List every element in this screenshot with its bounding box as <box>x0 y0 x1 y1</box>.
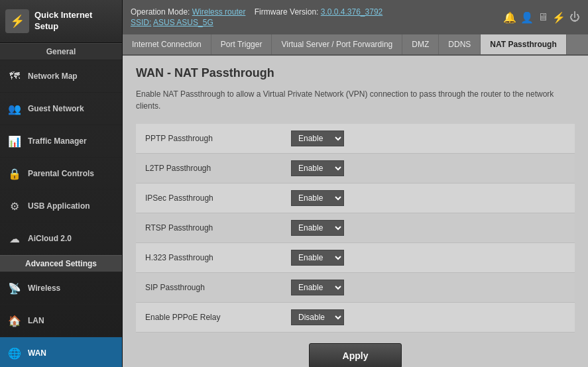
topbar-icons: 🔔 👤 🖥 ⚡ ⏻ <box>503 11 580 24</box>
table-row: Enable PPPoE Relay Disable Enable <box>136 303 575 333</box>
logo-text: Quick Internet Setup <box>34 10 92 32</box>
table-row: SIP Passthrough Enable Disable <box>136 273 575 303</box>
bell-icon[interactable]: 🔔 <box>503 11 516 24</box>
sidebar-item-network-map[interactable]: 🗺 Network Map <box>0 60 122 93</box>
sidebar-item-label: USB Application <box>28 201 90 211</box>
sidebar-item-label: Guest Network <box>28 104 84 113</box>
sidebar-item-label: Parental Controls <box>28 169 94 178</box>
advanced-settings-label: Advanced Settings <box>0 255 122 272</box>
table-row: L2TP Passthrough Enable Disable <box>136 154 575 184</box>
passthrough-settings-table: PPTP Passthrough Enable Disable L2TP Pas… <box>136 124 575 333</box>
tab-dmz[interactable]: DMZ <box>402 34 439 54</box>
sidebar-item-parental-controls[interactable]: 🔒 Parental Controls <box>0 158 122 190</box>
ipsec-select[interactable]: Enable Disable <box>291 190 344 206</box>
usb-icon[interactable]: ⚡ <box>552 11 565 24</box>
sidebar-item-label: AiCloud 2.0 <box>28 234 72 243</box>
sidebar-item-label: Network Map <box>28 72 78 81</box>
ssid-link[interactable]: ASUS ASUS_5G <box>153 18 213 27</box>
sidebar-item-label: Wireless <box>28 284 60 293</box>
sidebar-item-label: Traffic Manager <box>28 136 87 146</box>
page-title: WAN - NAT Passthrough <box>136 66 575 80</box>
usb-application-icon: ⚙ <box>7 198 23 214</box>
h323-select[interactable]: Enable Disable <box>291 250 344 266</box>
tab-internet-connection[interactable]: Internet Connection <box>123 34 211 54</box>
topbar: Operation Mode: Wireless router Firmware… <box>123 0 588 34</box>
sip-label: SIP Passthrough <box>136 273 282 303</box>
quick-internet-setup[interactable]: ⚡ Quick Internet Setup <box>0 0 122 43</box>
sidebar-item-label: LAN <box>28 316 44 325</box>
sidebar-item-wireless[interactable]: 📡 Wireless <box>0 272 122 305</box>
table-row: RTSP Passthrough Enable Disable <box>136 213 575 243</box>
aicloud-icon: ☁ <box>7 231 23 246</box>
guest-network-icon: 👥 <box>7 101 23 117</box>
firmware-link[interactable]: 3.0.0.4.376_3792 <box>321 7 382 17</box>
page-description: Enable NAT Passthrough to allow a Virtua… <box>136 88 575 112</box>
l2tp-select[interactable]: Enable Disable <box>291 160 344 176</box>
sidebar-item-aicloud[interactable]: ☁ AiCloud 2.0 <box>0 223 122 255</box>
general-section-label: General <box>0 43 122 60</box>
topbar-operation-mode: Operation Mode: Wireless router Firmware… <box>131 7 382 17</box>
tab-virtual-server[interactable]: Virtual Server / Port Forwarding <box>272 34 402 54</box>
monitor-icon[interactable]: 🖥 <box>538 11 548 23</box>
rtsp-label: RTSP Passthrough <box>136 213 282 243</box>
tab-ddns[interactable]: DDNS <box>439 34 481 54</box>
topbar-ssid: SSID: ASUS ASUS_5G <box>131 18 382 27</box>
sidebar-item-label: WAN <box>28 348 46 358</box>
sidebar-item-usb-application[interactable]: ⚙ USB Application <box>0 190 122 223</box>
apply-button[interactable]: Apply <box>309 343 402 367</box>
parental-controls-icon: 🔒 <box>7 166 23 182</box>
sidebar-item-guest-network[interactable]: 👥 Guest Network <box>0 93 122 125</box>
sidebar: ⚡ Quick Internet Setup General 🗺 Network… <box>0 0 123 367</box>
sidebar-item-lan[interactable]: 🏠 LAN <box>0 305 122 337</box>
content-area: WAN - NAT Passthrough Enable NAT Passthr… <box>123 56 588 367</box>
wan-icon: 🌐 <box>7 345 23 361</box>
pppoe-label: Enable PPPoE Relay <box>136 303 282 333</box>
table-row: PPTP Passthrough Enable Disable <box>136 124 575 154</box>
sip-select[interactable]: Enable Disable <box>291 280 344 295</box>
operation-mode-link[interactable]: Wireless router <box>192 7 246 17</box>
sidebar-item-wan[interactable]: 🌐 WAN <box>0 337 122 367</box>
lan-icon: 🏠 <box>7 313 23 329</box>
user-icon[interactable]: 👤 <box>520 11 534 24</box>
ipsec-label: IPSec Passthrough <box>136 184 282 213</box>
table-row: H.323 Passthrough Enable Disable <box>136 243 575 273</box>
tabs-bar: Internet Connection Port Trigger Virtual… <box>123 34 588 56</box>
l2tp-label: L2TP Passthrough <box>136 154 282 184</box>
power-icon[interactable]: ⏻ <box>569 11 580 23</box>
pptp-label: PPTP Passthrough <box>136 124 282 154</box>
traffic-manager-icon: 📊 <box>7 133 23 149</box>
rtsp-select[interactable]: Enable Disable <box>291 220 344 236</box>
h323-label: H.323 Passthrough <box>136 243 282 273</box>
network-map-icon: 🗺 <box>7 68 23 84</box>
wireless-icon: 📡 <box>7 280 23 296</box>
table-row: IPSec Passthrough Enable Disable <box>136 184 575 213</box>
pptp-select[interactable]: Enable Disable <box>291 131 344 146</box>
tab-port-trigger[interactable]: Port Trigger <box>211 34 272 54</box>
pppoe-select[interactable]: Disable Enable <box>291 309 344 325</box>
main-content: Operation Mode: Wireless router Firmware… <box>123 0 588 367</box>
logo-icon: ⚡ <box>5 9 29 33</box>
tab-nat-passthrough[interactable]: NAT Passthrough <box>481 34 566 54</box>
apply-row: Apply <box>136 333 575 367</box>
sidebar-item-traffic-manager[interactable]: 📊 Traffic Manager <box>0 125 122 158</box>
